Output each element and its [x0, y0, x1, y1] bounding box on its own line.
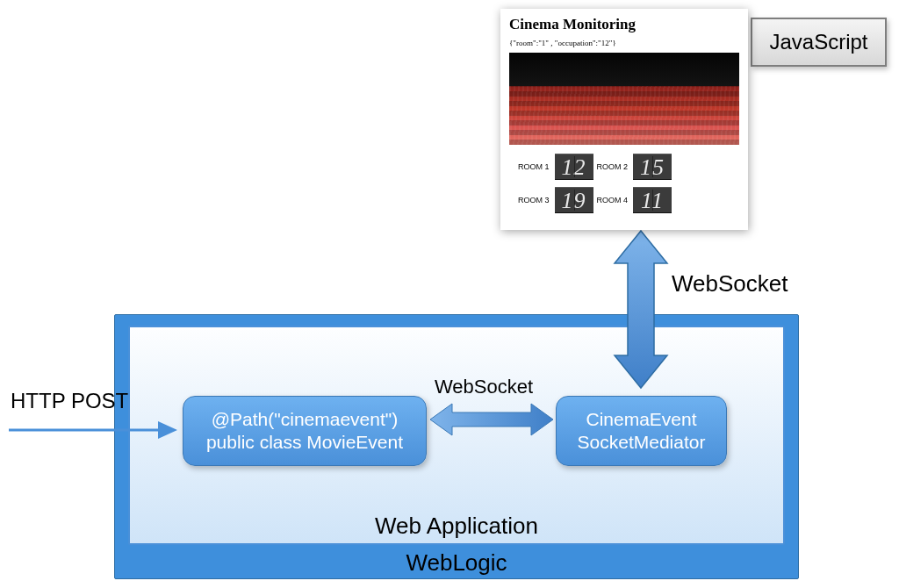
http-post-label: HTTP POST [11, 389, 128, 413]
weblogic-label: WebLogic [115, 549, 798, 577]
movieevent-annotation: @Path("cinemaevent") [212, 408, 398, 431]
room-1-label: ROOM 1 [518, 162, 551, 171]
cinema-title: Cinema Monitoring [509, 16, 739, 33]
weblogic-container: WebLogic Web Application @Path("cinemaev… [114, 314, 799, 579]
webapp-label: Web Application [130, 513, 783, 540]
cinema-theatre-image [509, 53, 739, 145]
socketmediator-node: CinemaEvent SocketMediator [556, 396, 727, 466]
room-2-counter: 15 [633, 154, 672, 180]
room-4-label: ROOM 4 [597, 196, 630, 204]
javascript-badge: JavaScript [751, 18, 887, 67]
room-4-counter: 11 [633, 187, 672, 213]
socketmediator-line1: CinemaEvent [586, 408, 696, 431]
websocket-label-external: WebSocket [672, 270, 788, 298]
websocket-label-internal: WebSocket [435, 376, 533, 398]
room-occupancy-grid: ROOM 1 12 ROOM 2 15 ROOM 3 19 ROOM 4 11 [509, 154, 739, 213]
movieevent-declaration: public class MovieEvent [206, 431, 403, 454]
room-3-counter: 19 [555, 187, 593, 213]
cinema-json-snippet: {"room":"1" , "occupation":"12"} [509, 39, 739, 47]
room-1-counter: 12 [555, 154, 593, 180]
socketmediator-line2: SocketMediator [578, 431, 706, 454]
javascript-badge-text: JavaScript [769, 30, 867, 54]
room-2-label: ROOM 2 [597, 162, 630, 171]
room-3-label: ROOM 3 [518, 196, 551, 204]
webapp-container: Web Application @Path("cinemaevent") pub… [128, 326, 785, 545]
cinema-monitoring-panel: Cinema Monitoring {"room":"1" , "occupat… [500, 9, 748, 230]
movieevent-class-node: @Path("cinemaevent") public class MovieE… [183, 396, 427, 466]
